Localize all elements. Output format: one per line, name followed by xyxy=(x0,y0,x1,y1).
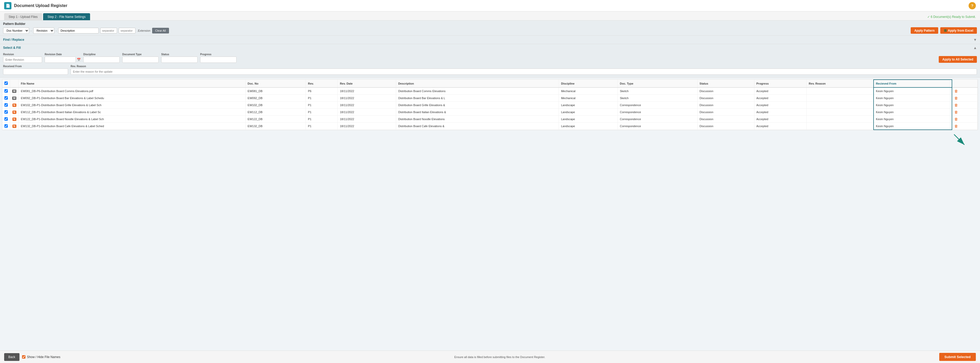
row-checkbox[interactable] xyxy=(5,103,8,107)
row-description: Distribution Board Grille Elevations & xyxy=(396,102,558,109)
row-progress: Accepted xyxy=(754,95,807,102)
th-delete xyxy=(952,80,977,87)
row-rev-reason xyxy=(807,109,873,116)
received-from-group: Received From Kevin Nguyen (Buildme Drea… xyxy=(3,65,68,75)
row-rev-date: 18/11/2022 xyxy=(338,123,396,130)
sep2-dash: - xyxy=(56,29,57,32)
delete-row-button[interactable]: 🗑 xyxy=(954,110,958,114)
find-replace-header[interactable]: Find / Replace ▼ xyxy=(0,36,980,44)
row-type-icon-cell: M xyxy=(10,87,19,95)
row-rev-date: 18/11/2022 xyxy=(338,102,396,109)
file-table-container: File Name Doc. No Rev. Rev. Date Descrip… xyxy=(2,79,978,130)
row-description: Distribution Board Italian Elevations & xyxy=(396,109,558,116)
tab-step1[interactable]: Step 1 - Upload Files xyxy=(4,13,42,20)
sep1-dash: - xyxy=(31,29,32,32)
th-discipline: Discipline xyxy=(559,80,618,87)
tab-step2[interactable]: Step 2 - File Name Settings xyxy=(43,13,90,20)
row-file-name: EW122_DB-P1-Distribution Board Noodle El… xyxy=(19,116,246,123)
status-input[interactable]: Discussion xyxy=(161,57,197,63)
row-received-from: Kevin Nguyen xyxy=(873,102,952,109)
row-doc-no: EW102_DB xyxy=(245,102,305,109)
delete-row-button[interactable]: 🗑 xyxy=(954,124,958,128)
th-file-name: File Name xyxy=(19,80,246,87)
apply-to-all-button[interactable]: Apply to All Selected xyxy=(939,56,977,63)
doc-type-input[interactable]: Correspondence xyxy=(122,57,159,63)
delete-row-button[interactable]: 🗑 xyxy=(954,96,958,100)
row-delete-cell: 🗑 xyxy=(952,123,977,130)
pattern-builder-section: Pattern Builder Doc Number - Revision - … xyxy=(0,21,980,36)
file-type-icon: N xyxy=(13,103,16,107)
row-file-name: EW081_DB-P6-Distribution Board Comms Ele… xyxy=(19,87,246,95)
row-rev: P1 xyxy=(306,116,338,123)
row-checkbox-cell xyxy=(2,87,10,95)
row-checkbox-cell xyxy=(2,102,10,109)
row-received-from: Kevin Nguyen xyxy=(873,87,952,95)
row-status: Discussion xyxy=(697,123,754,130)
row-checkbox[interactable] xyxy=(5,124,8,128)
separator2-input[interactable] xyxy=(119,28,135,33)
delete-row-button[interactable]: 🗑 xyxy=(954,117,958,121)
header-left: 📄 Document Upload Register xyxy=(4,2,67,10)
revision-group: Revision xyxy=(3,53,42,63)
apply-pattern-button[interactable]: Apply Pattern xyxy=(911,27,938,34)
description-input[interactable] xyxy=(58,28,99,33)
th-rev-reason: Rev. Reason xyxy=(807,80,873,87)
app-header: 📄 Document Upload Register ? xyxy=(0,0,980,11)
separator1-input[interactable] xyxy=(100,28,117,33)
row-checkbox-cell xyxy=(2,123,10,130)
row-checkbox[interactable] xyxy=(5,96,8,100)
table-body: M EW081_DB-P6-Distribution Board Comms E… xyxy=(2,87,978,130)
delete-row-button[interactable]: 🗑 xyxy=(954,89,958,93)
revision-date-input[interactable]: 18/11/2022 xyxy=(45,57,76,63)
row-doc-type: Sketch xyxy=(617,87,697,95)
table-row: N EW132_DB-P1-Distribution Board Cafe El… xyxy=(2,123,978,130)
calendar-icon[interactable]: 📅 xyxy=(77,58,81,62)
row-checkbox[interactable] xyxy=(5,110,8,114)
row-checkbox[interactable] xyxy=(5,89,8,93)
clear-all-button[interactable]: Clear All xyxy=(152,28,169,33)
row-checkbox[interactable] xyxy=(5,117,8,120)
revision-date-group: Revision Date 18/11/2022 📅 xyxy=(45,53,81,63)
th-rev-date: Rev. Date xyxy=(338,80,396,87)
help-button[interactable]: ? xyxy=(969,2,976,10)
select-fill-header: Select & Fill ▲ xyxy=(0,44,980,51)
table-row: N EW102_DB-P1-Distribution Board Grille … xyxy=(2,102,978,109)
received-from-input[interactable]: Kevin Nguyen (Buildme Dreams) xyxy=(3,68,68,75)
row-discipline: Landscape xyxy=(559,102,618,109)
th-description: Description xyxy=(396,80,558,87)
row-delete-cell: 🗑 xyxy=(952,116,977,123)
file-type-icon: N xyxy=(13,117,16,121)
rev-reason-input[interactable] xyxy=(71,68,977,75)
row-delete-cell: 🗑 xyxy=(952,102,977,109)
row-file-name: EW092_DB-P1-Distribution Board Bar Eleva… xyxy=(19,95,246,102)
row-checkbox-cell xyxy=(2,109,10,116)
delete-row-button[interactable]: 🗑 xyxy=(954,103,958,107)
row-doc-no: EW081_DB xyxy=(245,87,305,95)
select-all-checkbox[interactable] xyxy=(5,81,8,85)
revision-input[interactable] xyxy=(3,57,42,63)
th-status: Status xyxy=(697,80,754,87)
find-replace-title: Find / Replace xyxy=(3,38,24,41)
row-doc-type: Correspondence xyxy=(617,109,697,116)
revision-select[interactable]: Revision xyxy=(33,27,54,34)
doc-ready-status: ✓ 6 Document(s) Ready to Submit. xyxy=(927,13,976,20)
doc-number-select[interactable]: Doc Number xyxy=(3,27,29,34)
row-doc-no: EW112_DB xyxy=(245,109,305,116)
apply-excel-button[interactable]: ⊞ Apply from Excel xyxy=(940,27,977,34)
row-file-name: EW102_DB-P1-Distribution Board Grille El… xyxy=(19,102,246,109)
row-description: Distribution Board Cafe Elevations & xyxy=(396,123,558,130)
row-description: Distribution Board Noodle Elevations xyxy=(396,116,558,123)
row-type-icon-cell: N xyxy=(10,116,19,123)
find-replace-chevron: ▼ xyxy=(973,38,977,42)
discipline-group: Discipline Landscape xyxy=(83,53,120,63)
find-replace-section: Find / Replace ▼ xyxy=(0,36,980,44)
discipline-input[interactable]: Landscape xyxy=(83,57,120,63)
discipline-label: Discipline xyxy=(83,53,120,56)
status-group: Status Discussion xyxy=(161,53,197,63)
row-progress: Accepted xyxy=(754,87,807,95)
row-rev-date: 18/11/2022 xyxy=(338,95,396,102)
table-row: N EW112_DB-P1-Distribution Board Italian… xyxy=(2,109,978,116)
progress-label: Progress xyxy=(200,53,237,56)
row-doc-no: EW122_DB xyxy=(245,116,305,123)
progress-input[interactable]: Accepted xyxy=(200,57,237,63)
